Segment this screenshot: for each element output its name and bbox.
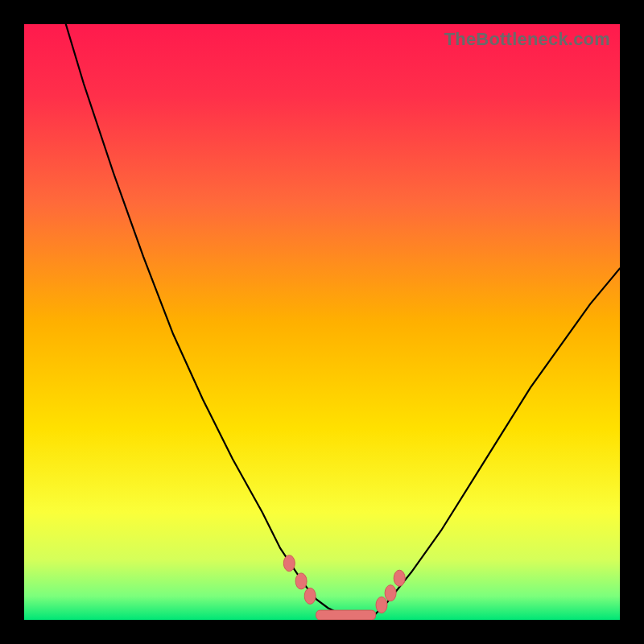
curve-marker	[394, 570, 405, 586]
curve-marker	[385, 585, 396, 601]
marker-group	[283, 555, 405, 613]
plot-area: TheBottleneck.com	[24, 24, 620, 620]
curve-layer	[24, 24, 620, 620]
curve-marker	[376, 597, 387, 613]
trough-bar	[316, 610, 376, 620]
curve-marker	[304, 588, 316, 604]
curve-marker	[295, 573, 307, 589]
curve-marker	[283, 555, 295, 572]
bottleneck-curve	[66, 24, 620, 617]
watermark-text: TheBottleneck.com	[444, 29, 610, 50]
chart-frame: TheBottleneck.com	[0, 0, 644, 644]
